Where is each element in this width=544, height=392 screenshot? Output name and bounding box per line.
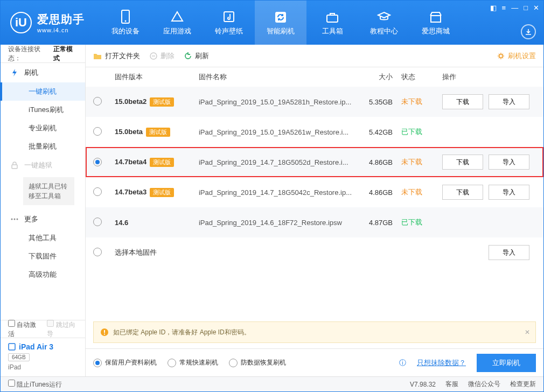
sidebar: 设备连接状态：正常模式 刷机 一键刷机 iTunes刷机 专业刷机 批量刷机 一… <box>1 45 86 376</box>
import-local-button[interactable]: 导入 <box>489 245 529 260</box>
download-manager-icon[interactable] <box>521 24 536 39</box>
app-logo[interactable]: iU 爱思助手 www.i4.cn <box>1 12 94 33</box>
sidebar-item-advanced[interactable]: 高级功能 <box>1 265 85 284</box>
sidebar-item-other-tools[interactable]: 其他工具 <box>1 229 85 247</box>
svg-point-7 <box>11 219 13 220</box>
svg-point-12 <box>499 54 503 58</box>
table-row[interactable]: 14.6iPad_Spring_2019_14.6_18F72_Restore.… <box>86 207 543 237</box>
col-status: 状态 <box>397 72 442 82</box>
svg-rect-10 <box>9 344 15 350</box>
sidebar-item-batch-flash[interactable]: 批量刷机 <box>1 137 85 156</box>
close-icon[interactable]: ✕ <box>533 4 539 12</box>
footer-service[interactable]: 客服 <box>445 380 458 389</box>
row-radio[interactable] <box>93 158 102 166</box>
col-ops: 操作 <box>442 72 536 82</box>
download-button[interactable]: 下载 <box>442 94 483 109</box>
top-nav: 我的设备 应用游戏 铃声壁纸 智能刷机 工具箱 教程中心 爱思商城 <box>100 1 462 45</box>
import-button[interactable]: 导入 <box>489 94 529 109</box>
window-controls: ◧ ≡ — □ ✕ <box>490 4 539 12</box>
svg-rect-4 <box>327 15 338 22</box>
jailbreak-note: 越狱工具已转移至工具箱 <box>23 177 74 205</box>
sidebar-section-more[interactable]: 更多 <box>1 209 85 229</box>
flash-now-button[interactable]: 立即刷机 <box>477 354 536 372</box>
nav-store[interactable]: 爱思商城 <box>410 1 462 45</box>
svg-rect-15 <box>104 334 105 335</box>
device-type: iPad <box>8 363 78 371</box>
app-name-en: www.i4.cn <box>37 27 85 33</box>
erase-data-link[interactable]: 只想抹除数据？ <box>417 358 466 368</box>
action-bar: 保留用户资料刷机 常规快速刷机 防数据恢复刷机 ⓘ 只想抹除数据？ 立即刷机 <box>86 348 543 376</box>
nav-smart-flash[interactable]: 智能刷机 <box>255 1 306 45</box>
nav-toolbox[interactable]: 工具箱 <box>306 1 358 45</box>
folder-icon <box>93 52 102 60</box>
sidebar-item-oneclick-flash[interactable]: 一键刷机 <box>1 82 85 101</box>
toolbar: 打开文件夹 删除 刷新 刷机设置 <box>86 45 543 67</box>
row-radio[interactable] <box>93 97 102 106</box>
toolbox-icon <box>325 10 339 24</box>
sidebar-item-pro-flash[interactable]: 专业刷机 <box>1 119 85 137</box>
svg-point-8 <box>14 219 16 220</box>
app-name-cn: 爱思助手 <box>37 12 85 27</box>
info-icon: ⓘ <box>399 358 406 368</box>
refresh-small-icon <box>184 52 192 60</box>
footer-update[interactable]: 检查更新 <box>510 380 536 389</box>
sidebar-item-download-firmware[interactable]: 下载固件 <box>1 247 85 265</box>
table-row[interactable]: 14.7beta3测试版iPad_Spring_2019_14.7_18G504… <box>86 177 543 207</box>
block-itunes-checkbox[interactable]: 阻止iTunes运行 <box>8 380 62 389</box>
row-radio[interactable] <box>93 218 102 226</box>
svg-rect-5 <box>431 16 441 22</box>
flash-option-anti-recovery[interactable]: 防数据恢复刷机 <box>229 358 286 367</box>
device-storage: 64GB <box>8 353 30 361</box>
apps-icon <box>170 10 184 24</box>
gear-icon <box>497 52 505 60</box>
connection-state: 设备连接状态：正常模式 <box>1 45 85 63</box>
app-header: iU 爱思助手 www.i4.cn 我的设备 应用游戏 铃声壁纸 智能刷机 工具… <box>1 1 543 45</box>
download-button[interactable]: 下载 <box>442 185 483 200</box>
version-label: V7.98.32 <box>410 381 436 388</box>
music-icon <box>222 10 236 24</box>
main-panel: 打开文件夹 删除 刷新 刷机设置 固件版本 固件名称 大小 状态 操作 <box>86 45 543 376</box>
skin-icon[interactable]: ◧ <box>490 4 497 12</box>
radio-local[interactable] <box>93 248 102 256</box>
table-row[interactable]: 14.7beta4测试版iPad_Spring_2019_14.7_18G505… <box>86 147 543 177</box>
auto-activate-checkbox[interactable]: 自动激活 <box>8 320 38 339</box>
flash-settings-button[interactable]: 刷机设置 <box>497 51 536 61</box>
maximize-icon[interactable]: □ <box>524 4 528 12</box>
nav-my-device[interactable]: 我的设备 <box>100 1 151 45</box>
row-radio[interactable] <box>93 127 102 136</box>
local-firmware-row[interactable]: 选择本地固件 导入 <box>86 237 543 268</box>
col-size: 大小 <box>352 72 397 82</box>
store-icon <box>429 10 443 24</box>
lock-icon <box>10 161 19 170</box>
row-radio[interactable] <box>93 187 102 196</box>
delete-button: 删除 <box>150 51 175 61</box>
flash-icon <box>10 68 19 77</box>
graduation-icon <box>377 10 391 24</box>
more-icon <box>10 215 19 223</box>
import-button[interactable]: 导入 <box>489 185 529 200</box>
download-button[interactable]: 下载 <box>442 155 483 170</box>
sidebar-section-flash[interactable]: 刷机 <box>1 63 85 82</box>
table-row[interactable]: 15.0beta2测试版iPad_Spring_2019_15.0_19A528… <box>86 87 543 117</box>
notice-close-icon[interactable]: ✕ <box>525 328 530 336</box>
device-info[interactable]: iPad Air 3 64GB iPad <box>1 338 85 376</box>
minimize-icon[interactable]: — <box>511 4 518 12</box>
open-folder-button[interactable]: 打开文件夹 <box>93 51 140 61</box>
sidebar-item-itunes-flash[interactable]: iTunes刷机 <box>1 101 85 119</box>
menu-icon[interactable]: ≡ <box>502 4 506 12</box>
logo-icon: iU <box>10 12 32 33</box>
footer-wechat[interactable]: 微信公众号 <box>468 380 500 389</box>
status-bar: 阻止iTunes运行 V7.98.32 客服 微信公众号 检查更新 <box>1 376 543 391</box>
col-version: 固件版本 <box>115 72 199 82</box>
nav-apps[interactable]: 应用游戏 <box>151 1 203 45</box>
refresh-button[interactable]: 刷新 <box>184 51 209 61</box>
nav-ringtones[interactable]: 铃声壁纸 <box>203 1 255 45</box>
flash-option-keep-data[interactable]: 保留用户资料刷机 <box>93 358 157 367</box>
firmware-list: 15.0beta2测试版iPad_Spring_2019_15.0_19A528… <box>86 87 543 237</box>
nav-tutorials[interactable]: 教程中心 <box>358 1 410 45</box>
skip-guide-checkbox[interactable]: 跳过向导 <box>47 320 77 339</box>
table-row[interactable]: 15.0beta测试版iPad_Spring_2019_15.0_19A5261… <box>86 117 543 147</box>
flash-option-normal[interactable]: 常规快速刷机 <box>168 358 218 367</box>
svg-rect-6 <box>12 165 17 169</box>
import-button[interactable]: 导入 <box>489 155 529 170</box>
